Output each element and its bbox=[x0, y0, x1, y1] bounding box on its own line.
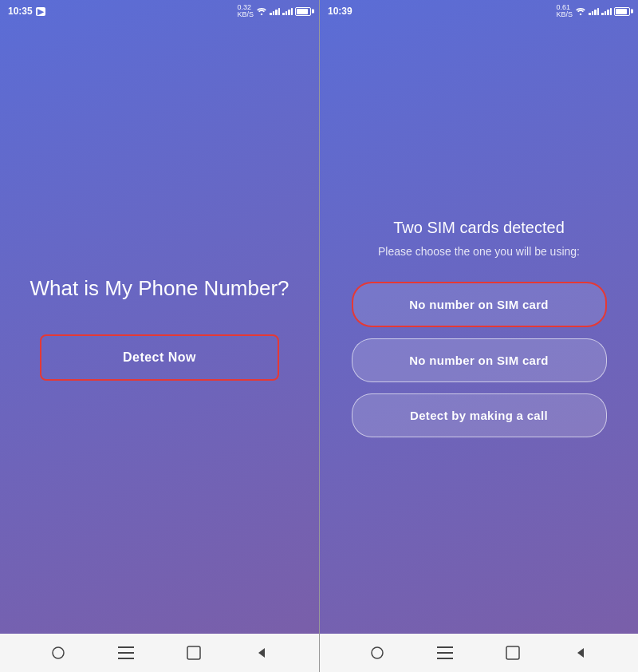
left-signal-icon bbox=[270, 6, 280, 17]
svg-rect-12 bbox=[506, 646, 519, 659]
sim-option-3[interactable]: Detect by making a call bbox=[352, 393, 607, 437]
left-bottom-nav bbox=[0, 634, 319, 672]
right-signal-icon-2 bbox=[601, 6, 612, 17]
right-signal-icon-1 bbox=[589, 6, 599, 17]
left-status-bar-right: 0.32KB/S bbox=[237, 4, 311, 18]
two-sim-title: Two SIM cards detected bbox=[378, 219, 580, 237]
sim-option-2[interactable]: No number on SIM card bbox=[352, 338, 607, 382]
svg-rect-4 bbox=[118, 658, 134, 659]
svg-rect-2 bbox=[118, 646, 134, 648]
svg-marker-13 bbox=[577, 648, 584, 658]
svg-point-1 bbox=[53, 647, 64, 658]
right-phone-screen: 10:39 0.61KB/S bbox=[319, 0, 638, 672]
svg-rect-10 bbox=[437, 652, 453, 654]
choose-subtitle: Please choose the one you will be using: bbox=[378, 245, 580, 258]
right-status-bar-right: 0.61KB/S bbox=[556, 4, 630, 18]
sim-options-list: No number on SIM card No number on SIM c… bbox=[352, 282, 607, 437]
svg-rect-9 bbox=[437, 646, 453, 648]
left-phone-content: What is My Phone Number? Detect Now bbox=[0, 22, 319, 634]
sim-option-1[interactable]: No number on SIM card bbox=[352, 282, 607, 327]
sim-selection-header: Two SIM cards detected Please choose the… bbox=[362, 219, 596, 258]
right-nav-square-icon[interactable] bbox=[500, 640, 526, 666]
left-battery-icon bbox=[295, 7, 311, 16]
svg-rect-11 bbox=[437, 658, 453, 659]
right-time: 10:39 bbox=[328, 6, 352, 17]
right-bottom-nav bbox=[320, 634, 638, 672]
main-title: What is My Phone Number? bbox=[30, 275, 289, 302]
right-status-bar: 10:39 0.61KB/S bbox=[320, 0, 638, 22]
media-icon: ▶ bbox=[36, 7, 45, 16]
left-status-bar: 10:35 ▶ 0.32KB/S bbox=[0, 0, 319, 22]
right-nav-back-icon[interactable] bbox=[568, 640, 593, 666]
left-wifi-icon bbox=[256, 6, 267, 17]
right-phone-content: Two SIM cards detected Please choose the… bbox=[320, 22, 638, 634]
left-signal-icon-2 bbox=[282, 6, 293, 17]
nav-back-icon[interactable] bbox=[249, 640, 274, 666]
right-wifi-icon bbox=[575, 6, 586, 17]
right-status-bar-left: 10:39 bbox=[328, 6, 352, 17]
left-phone-screen: 10:35 ▶ 0.32KB/S bbox=[0, 0, 319, 672]
detect-now-button[interactable]: Detect Now bbox=[40, 334, 279, 381]
svg-point-0 bbox=[261, 13, 262, 14]
svg-point-8 bbox=[372, 647, 383, 658]
right-data-speed: 0.61KB/S bbox=[556, 4, 573, 18]
nav-circle-icon[interactable] bbox=[45, 640, 71, 666]
left-time: 10:35 bbox=[8, 6, 33, 17]
svg-rect-5 bbox=[187, 646, 200, 659]
svg-rect-3 bbox=[118, 652, 134, 654]
svg-point-7 bbox=[580, 13, 581, 14]
right-battery-icon bbox=[614, 7, 630, 16]
left-status-bar-left: 10:35 ▶ bbox=[8, 6, 45, 17]
svg-marker-6 bbox=[258, 648, 265, 658]
nav-menu-icon[interactable] bbox=[113, 640, 139, 666]
left-data-speed: 0.32KB/S bbox=[237, 4, 254, 18]
right-nav-menu-icon[interactable] bbox=[432, 640, 458, 666]
nav-square-icon[interactable] bbox=[181, 640, 207, 666]
right-nav-circle-icon[interactable] bbox=[364, 640, 390, 666]
